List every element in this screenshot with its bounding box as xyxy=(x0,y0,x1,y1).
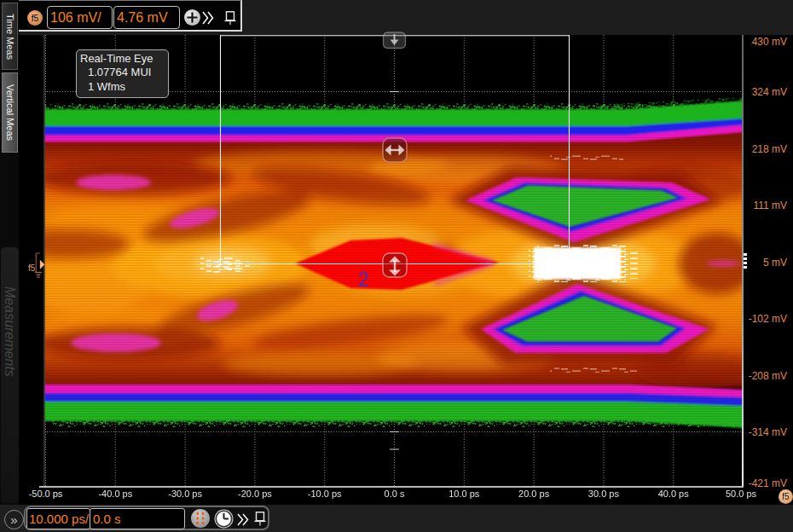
svg-text:2: 2 xyxy=(358,269,369,291)
svg-text:f5: f5 xyxy=(28,263,36,273)
